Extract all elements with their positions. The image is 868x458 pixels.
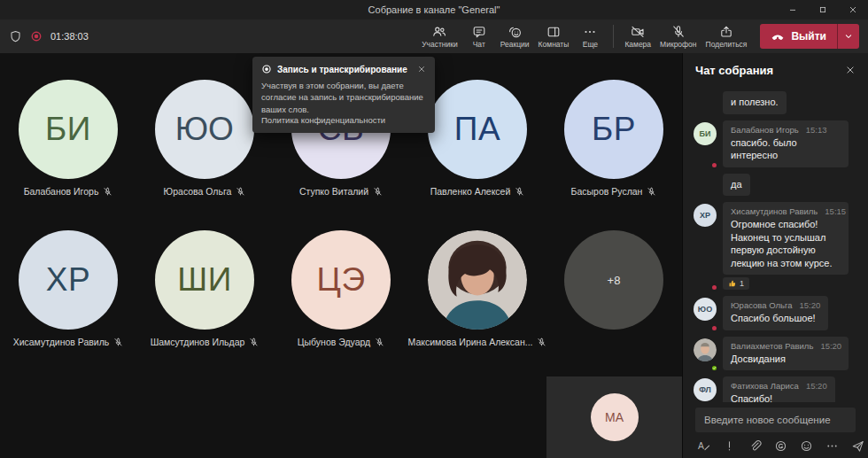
participant-name: Шамсутдинов Ильдар [151, 337, 245, 347]
participant-name: Цыбунов Эдуард [298, 337, 371, 347]
send-icon[interactable] [851, 439, 864, 453]
message-avatar-wrap [694, 338, 717, 371]
mic-muted-icon [373, 187, 383, 197]
participant-tile[interactable]: Максимова Ирина Алексан... [409, 230, 546, 348]
camera-button[interactable]: Камера [620, 25, 655, 49]
participant-name: Ступко Виталий [299, 186, 368, 197]
recording-indicator-icon [30, 30, 43, 43]
chat-message-bubble: Юрасова Ольга15:20Спасибо большое! [723, 296, 828, 330]
mic-muted-icon [113, 338, 123, 347]
thumbs-up-icon [728, 279, 737, 288]
participants-button[interactable]: Участники [417, 25, 462, 49]
mic-off-icon [671, 25, 686, 39]
privacy-policy-link[interactable]: Политика конфиденциальности [261, 115, 426, 125]
participant-avatar: ШИ [155, 230, 254, 330]
leave-button[interactable]: Выйти [760, 24, 859, 49]
participant-name-row: Ступко Виталий [299, 185, 383, 198]
mic-muted-icon [647, 187, 656, 197]
mic-muted-icon [515, 187, 524, 197]
participant-tile[interactable]: ШИШамсутдинов Ильдар [136, 230, 273, 348]
self-view-tile[interactable]: МА [546, 376, 682, 458]
emoji-icon[interactable] [800, 439, 813, 453]
participant-avatar: ЮО [155, 80, 254, 179]
share-icon [719, 25, 733, 39]
message-time: 15:20 [820, 341, 841, 351]
presence-busy-badge [710, 161, 718, 169]
banner-close-button[interactable] [417, 65, 426, 74]
message-avatar-wrap: БИ [694, 122, 717, 167]
mic-muted-icon [373, 187, 383, 197]
mic-muted-icon [103, 187, 112, 197]
message-reaction-chip[interactable]: 1 [723, 277, 749, 290]
presence-available-badge [710, 364, 718, 372]
banner-title: Запись и транскрибирование [277, 65, 412, 74]
banner-body-text: Участвуя в этом собрании, вы даете согла… [261, 80, 426, 115]
message-avatar-wrap: ХР [694, 204, 717, 290]
meeting-timer: 01:38:03 [50, 31, 89, 42]
microphone-button[interactable]: Микрофон [655, 25, 701, 49]
leave-options-button[interactable] [837, 24, 859, 49]
chat-close-button[interactable] [845, 65, 856, 75]
participant-avatar: ЦЭ [291, 230, 391, 330]
priority-icon[interactable] [723, 439, 736, 453]
share-button[interactable]: Поделиться [701, 25, 752, 49]
chat-message: ЮОЮрасова Ольга15:20Спасибо большое! [694, 296, 859, 330]
participant-tile[interactable]: БИБалабанов Игорь [0, 80, 136, 198]
more-button[interactable]: Еще [573, 25, 607, 49]
participant-tile[interactable]: ХРХисамутдинов Равиль [0, 230, 136, 348]
leave-button-label: Выйти [791, 30, 826, 43]
participant-name-row: Хисамутдинов Равиль [13, 336, 124, 348]
message-text: Спасибо большое! [731, 312, 820, 325]
meeting-toolbar: 01:38:03 Участники Чат Реакции Комнаты Е… [0, 19, 868, 53]
mic-muted-icon [647, 187, 656, 197]
hangup-phone-icon [771, 29, 785, 43]
reactions-button[interactable]: Реакции [496, 25, 534, 49]
presence-busy-badge [710, 283, 718, 291]
participant-avatar: ПА [428, 80, 527, 179]
message-time: 15:13 [806, 125, 827, 135]
participant-avatar: +8 [564, 230, 663, 330]
close-button[interactable] [838, 0, 868, 19]
message-input[interactable] [695, 408, 856, 432]
minimize-button[interactable] [778, 0, 808, 19]
participant-avatar: БИ [19, 80, 118, 179]
message-avatar: ФЛ [694, 378, 717, 401]
chat-message-bubble: Балабанов Игорь15:13спасибо. было интере… [723, 120, 849, 167]
participant-tile[interactable]: ЦЭЦыбунов Эдуард [273, 230, 409, 348]
maximize-button[interactable] [808, 0, 838, 19]
compose-more-icon[interactable] [825, 439, 839, 453]
overflow-participants-tile[interactable]: +8 [546, 230, 682, 348]
self-avatar: МА [591, 393, 639, 441]
giphy-icon[interactable] [774, 439, 787, 453]
format-icon[interactable]: A [697, 439, 710, 453]
message-text: Спасибо! [731, 392, 827, 402]
rooms-button[interactable]: Комнаты [534, 25, 574, 49]
presence-busy-badge [710, 324, 718, 332]
chat-message: Валиахметов Равиль15:20Досвидания [694, 337, 859, 371]
participant-name: Максимова Ирина Алексан... [408, 337, 533, 347]
chat-button[interactable]: Чат [462, 25, 496, 49]
chat-message: ФЛФатихова Лариса15:20Спасибо! [694, 376, 859, 402]
participant-tile[interactable]: БРБасыров Руслан [546, 80, 682, 198]
participant-photo [694, 338, 717, 361]
message-text: да [731, 178, 742, 191]
mic-muted-icon [236, 187, 245, 197]
message-avatar: ЮО [694, 298, 717, 321]
participant-name: Юрасова Ольга [164, 186, 232, 197]
message-avatar: БИ [694, 122, 717, 145]
chat-message-continuation: да [723, 174, 859, 197]
recording-banner: Запись и транскрибирование Участвуя в эт… [252, 57, 435, 133]
reactions-icon [508, 25, 522, 39]
message-text: спасибо. было интересно [731, 136, 841, 162]
message-time: 15:20 [799, 300, 820, 310]
attach-icon[interactable] [748, 439, 762, 453]
chat-message-continuation: и полезно. [723, 91, 859, 114]
mic-muted-icon [515, 187, 524, 197]
toolbar-divider [613, 25, 614, 48]
message-author: Юрасова Ольга [731, 300, 792, 310]
mic-muted-icon [249, 338, 259, 347]
window-controls [778, 0, 868, 19]
chat-title: Чат собрания [695, 64, 773, 77]
svg-text:A: A [698, 441, 704, 451]
chat-header: Чат собрания [683, 53, 868, 80]
